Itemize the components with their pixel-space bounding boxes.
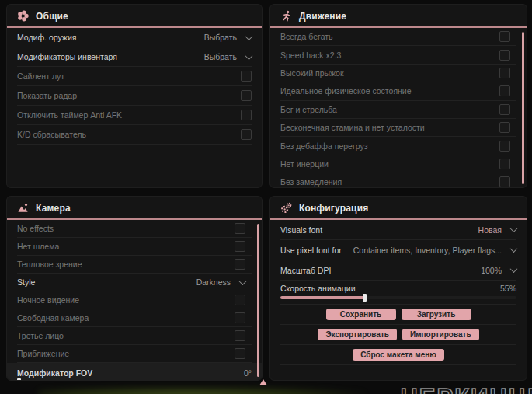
dropdown[interactable]: Выбрать <box>204 33 252 42</box>
dropdown[interactable]: Darkness <box>196 277 245 287</box>
panel-title: Конфигурация <box>299 203 368 214</box>
mouse-cursor <box>259 379 267 385</box>
checkbox[interactable] <box>241 71 252 82</box>
toggle-row-run-and-shoot[interactable]: Бег и стрельба <box>280 101 516 119</box>
checkbox[interactable] <box>499 176 510 187</box>
toggle-label: K/D сбрасыватель <box>17 130 86 139</box>
toggle-label: Показать радар <box>17 91 77 100</box>
export-button[interactable]: Экспортировать <box>318 329 397 340</box>
setting-row-pixel-font[interactable]: Use pixel font for Container items, Inve… <box>280 240 516 260</box>
setting-row-fov-modifier[interactable]: Модификатор FOV 0° <box>7 363 262 381</box>
checkbox[interactable] <box>235 330 245 341</box>
toggle-row-no-helmet[interactable]: Нет шлема <box>17 238 252 256</box>
setting-row-animation-speed[interactable]: Скорость анимации 55% <box>280 281 516 305</box>
load-button[interactable]: Загрузить <box>402 309 471 320</box>
save-button[interactable]: Сохранить <box>326 309 396 320</box>
toggle-row-anti-afk[interactable]: Отключить таймер Anti AFK <box>17 106 252 125</box>
gears-icon <box>280 202 292 214</box>
toggle-row-night-vision[interactable]: Ночное видение <box>17 291 252 309</box>
setting-row-inventory-mods[interactable]: Модификаторы инвентаря Выбрать <box>17 47 252 67</box>
mod-menu-screen: ЧЕРКИНЦЕ Общие Модиф. оружия <box>0 0 532 394</box>
toggle-row-silent-loot[interactable]: Сайлент лут <box>17 67 252 86</box>
checkbox[interactable] <box>235 295 245 305</box>
panel-title: Движение <box>299 11 346 22</box>
checkbox[interactable] <box>499 50 510 61</box>
import-button[interactable]: Импортировать <box>402 329 479 340</box>
toggle-row-third-person[interactable]: Третье лицо <box>17 327 252 345</box>
checkbox[interactable] <box>241 90 252 101</box>
panel-general: Общие Модиф. оружия Выбрать Модификаторы… <box>6 4 263 188</box>
checkbox[interactable] <box>499 159 510 169</box>
toggle-label: No effects <box>17 224 54 233</box>
flower-icon <box>17 10 29 22</box>
dropdown[interactable]: Container items, Inventory, Player flags… <box>353 246 516 255</box>
dropdown-value: Выбрать <box>204 33 237 42</box>
toggle-row-free-camera[interactable]: Свободная камера <box>17 309 252 327</box>
chevron-down-icon <box>245 52 253 60</box>
dropdown[interactable]: Выбрать <box>204 52 252 61</box>
toggle-row-zoom[interactable]: Приближение <box>17 345 252 363</box>
toggle-row-no-effects[interactable]: No effects <box>17 220 252 238</box>
toggle-row-no-inertia[interactable]: Нет инерции <box>280 155 516 173</box>
scrollbar[interactable] <box>257 224 259 377</box>
button-row-export-import: Экспортировать Импортировать <box>280 325 516 345</box>
toggle-row-high-jump[interactable]: Высокий прыжок <box>280 65 516 82</box>
toggle-label: Тепловое зрение <box>17 260 82 269</box>
checkbox[interactable] <box>499 68 510 78</box>
setting-label: Модиф. оружия <box>17 33 76 42</box>
checkbox[interactable] <box>499 31 510 42</box>
slider-thumb[interactable] <box>363 294 367 302</box>
setting-row-weapon-mod[interactable]: Модиф. оружия Выбрать <box>17 28 252 47</box>
dropdown[interactable]: 100% <box>481 266 516 275</box>
toggle-label: Speed hack x2.3 <box>280 51 341 60</box>
toggle-row-speed-hack[interactable]: Speed hack x2.3 <box>280 46 516 64</box>
chevron-down-icon <box>510 245 518 253</box>
toggle-label: Всегда бегать <box>280 32 333 41</box>
checkbox[interactable] <box>235 241 245 252</box>
chevron-down-icon <box>510 225 518 232</box>
scrollbar[interactable] <box>522 32 524 184</box>
toggle-row-show-radar[interactable]: Показать радар <box>17 86 252 106</box>
toggle-row-no-overload-debuff[interactable]: Без дебаффа перегруз <box>280 137 516 155</box>
slider-value: 0° <box>244 368 252 378</box>
setting-row-dpi-scale[interactable]: Масштаб DPI 100% <box>280 260 516 281</box>
toggle-label: Без дебаффа перегруз <box>280 141 368 151</box>
toggle-row-perfect-condition[interactable]: Идеальное физическое состояние <box>280 82 516 100</box>
toggle-label: Нет инерции <box>280 159 329 169</box>
background-game-glow <box>39 387 365 394</box>
slider-value: 55% <box>500 284 516 293</box>
chevron-down-icon <box>510 265 518 273</box>
toggle-row-infinite-stamina[interactable]: Бесконечная стамина и нет усталости <box>280 119 516 137</box>
dropdown[interactable]: Новая <box>478 225 516 235</box>
checkbox[interactable] <box>235 348 245 359</box>
checkbox[interactable] <box>241 110 252 120</box>
setting-row-visuals-font[interactable]: Visuals font Новая <box>280 220 516 240</box>
checkbox[interactable] <box>235 312 245 323</box>
checkbox[interactable] <box>499 104 510 115</box>
dropdown-value: Выбрать <box>204 52 237 61</box>
reset-menu-layout-button[interactable]: Сброс макета меню <box>353 349 444 361</box>
toggle-row-thermal-vision[interactable]: Тепловое зрение <box>17 256 252 274</box>
toggle-label: Сайлент лут <box>17 71 64 81</box>
setting-row-style[interactable]: Style Darkness <box>17 274 252 291</box>
setting-label: Visuals font <box>280 225 322 235</box>
toggle-row-kd-reset[interactable]: K/D сбрасыватель <box>17 125 252 145</box>
checkbox[interactable] <box>235 223 245 234</box>
toggle-row-no-slowdown[interactable]: Без замедления <box>280 173 516 188</box>
toggle-row-always-run[interactable]: Всегда бегать <box>280 28 516 46</box>
setting-label: Модификаторы инвентаря <box>17 52 117 61</box>
toggle-label: Приближение <box>17 349 69 358</box>
checkbox[interactable] <box>499 141 510 152</box>
dropdown-value: 100% <box>481 266 502 275</box>
toggle-label: Ночное видение <box>17 295 79 305</box>
checkbox[interactable] <box>241 129 252 140</box>
checkbox[interactable] <box>499 85 510 96</box>
toggle-label: Бесконечная стамина и нет усталости <box>280 123 425 132</box>
checkbox[interactable] <box>499 122 510 133</box>
panel-title: Камера <box>36 203 71 214</box>
watermark-text: ЧЕРКИНЦЕ <box>401 384 532 394</box>
slider-thumb[interactable] <box>17 378 21 381</box>
checkbox[interactable] <box>235 259 245 270</box>
toggle-label: Высокий прыжок <box>280 68 344 78</box>
animation-speed-slider[interactable] <box>280 296 516 299</box>
